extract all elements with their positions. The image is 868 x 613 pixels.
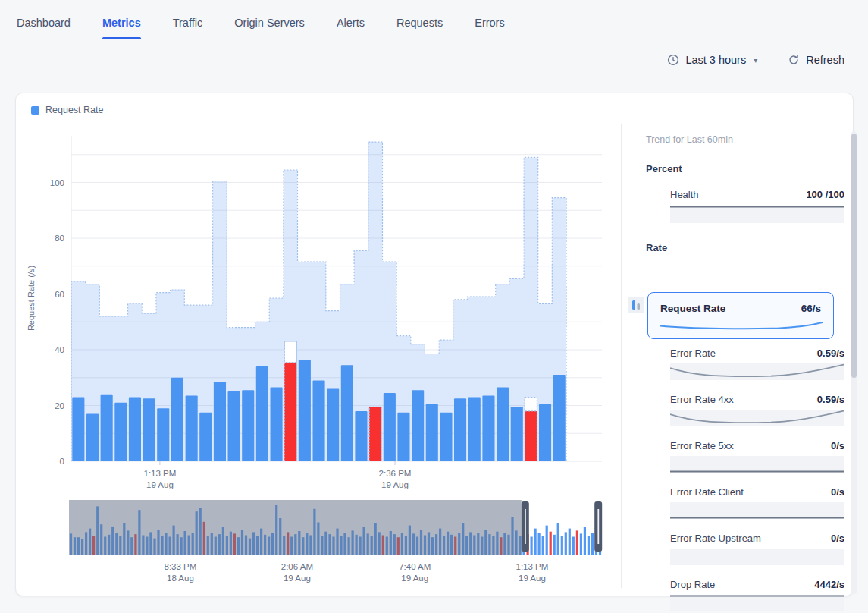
- spark-area: [670, 549, 844, 565]
- metric-label: Health: [670, 189, 699, 200]
- svg-text:7:40 AM: 7:40 AM: [399, 562, 431, 571]
- svg-text:Request Rate (/s): Request Rate (/s): [27, 266, 36, 331]
- sparkline-flat-bottom: [670, 456, 844, 473]
- svg-text:19 Aug: 19 Aug: [284, 574, 311, 583]
- trend-title: Trend for Last 60min: [646, 134, 733, 145]
- sparkline-flat-top: [670, 206, 844, 223]
- refresh-button[interactable]: Refresh: [788, 54, 844, 66]
- metric-label: Error Rate Client: [670, 486, 744, 498]
- sparkline-dip-rise: [670, 363, 844, 380]
- nav-item-traffic[interactable]: Traffic: [173, 17, 202, 39]
- svg-text:1:13 PM: 1:13 PM: [143, 469, 176, 478]
- svg-text:8:33 PM: 8:33 PM: [165, 562, 197, 571]
- clock-icon: [667, 54, 679, 66]
- sparkline-flat-top: [670, 595, 844, 611]
- sidebar-scrollbar-track: [851, 131, 857, 594]
- spark-area: [670, 456, 844, 473]
- nav-item-alerts[interactable]: Alerts: [337, 17, 365, 39]
- trend-sidebar: Trend for Last 60minPercentHealth100 /10…: [621, 124, 848, 588]
- spark-area: [670, 595, 844, 611]
- sparkline-dip-rise-blue: [660, 322, 823, 331]
- svg-text:19 Aug: 19 Aug: [146, 480, 174, 489]
- svg-text:2:36 PM: 2:36 PM: [379, 469, 412, 478]
- nav-item-requests[interactable]: Requests: [396, 17, 443, 39]
- spark-area: [670, 363, 844, 380]
- metric-value: 0/s: [831, 440, 844, 451]
- spark-area: [670, 410, 844, 426]
- metric-value: 0.59/s: [817, 347, 844, 359]
- bar-chart-icon[interactable]: [628, 297, 644, 313]
- metric-row-error-rate-upstream[interactable]: Error Rate Upstream0/s: [670, 533, 844, 569]
- controls-row: Last 3 hours ▾ Refresh: [667, 54, 844, 66]
- time-range-button[interactable]: Last 3 hours ▾: [667, 54, 757, 66]
- metric-label: Error Rate 4xx: [670, 394, 734, 405]
- metrics-card: Request Rate 020406080100Request Rate (/…: [15, 93, 854, 596]
- metric-card-request-rate-selected[interactable]: Request Rate66/s: [647, 292, 834, 339]
- svg-text:19 Aug: 19 Aug: [401, 574, 428, 583]
- svg-text:18 Aug: 18 Aug: [167, 574, 194, 583]
- nav-item-metrics[interactable]: Metrics: [102, 17, 141, 39]
- nav-item-origin-servers[interactable]: Origin Servers: [234, 17, 305, 39]
- chevron-down-icon: ▾: [754, 56, 757, 64]
- metric-row-drop-rate[interactable]: Drop Rate4442/s: [670, 579, 844, 613]
- svg-text:0: 0: [60, 457, 64, 466]
- spark-area: [670, 502, 844, 519]
- section-heading-rate: Rate: [646, 242, 667, 253]
- brush-handle-right[interactable]: [594, 501, 602, 552]
- metric-row-health[interactable]: Health100 /100: [670, 189, 844, 225]
- metric-row-error-rate-client[interactable]: Error Rate Client0/s: [670, 486, 844, 523]
- spark-holder: [660, 320, 823, 329]
- metric-value: 66/s: [801, 303, 821, 314]
- svg-text:20: 20: [55, 401, 64, 410]
- metrics-dashboard: DashboardMetricsTrafficOrigin ServersAle…: [0, 0, 868, 613]
- nav-item-errors[interactable]: Errors: [475, 17, 504, 39]
- sidebar-scrollbar-thumb[interactable]: [851, 134, 857, 378]
- svg-text:80: 80: [55, 234, 64, 243]
- metric-row-error-rate-5xx[interactable]: Error Rate 5xx0/s: [670, 440, 844, 476]
- metric-row-error-rate-4xx[interactable]: Error Rate 4xx0.59/s: [670, 394, 844, 430]
- metric-label: Error Rate 5xx: [670, 440, 734, 451]
- metric-value: 100 /100: [806, 189, 844, 200]
- svg-text:19 Aug: 19 Aug: [381, 480, 409, 489]
- refresh-icon: [788, 54, 800, 66]
- sparkline-flat-bottom: [670, 502, 844, 519]
- spark-area: [670, 206, 844, 223]
- svg-text:19 Aug: 19 Aug: [519, 574, 546, 583]
- metric-label: Request Rate: [660, 303, 725, 314]
- refresh-label: Refresh: [806, 54, 844, 66]
- sparkline-dip-rise: [670, 410, 844, 426]
- section-heading-percent: Percent: [646, 163, 682, 174]
- svg-text:100: 100: [50, 178, 64, 187]
- svg-text:2:06 AM: 2:06 AM: [281, 562, 313, 571]
- metric-value: 0/s: [831, 533, 844, 544]
- top-nav: DashboardMetricsTrafficOrigin ServersAle…: [17, 17, 505, 39]
- metric-row-error-rate[interactable]: Error Rate0.59/s: [670, 347, 844, 384]
- nav-item-dashboard[interactable]: Dashboard: [17, 17, 71, 39]
- time-range-label: Last 3 hours: [685, 54, 746, 66]
- metric-label: Error Rate Upstream: [670, 533, 761, 544]
- metric-value: 0/s: [831, 486, 844, 498]
- svg-text:40: 40: [55, 345, 64, 354]
- brush-handle-left[interactable]: [522, 501, 529, 552]
- svg-text:1:13 PM: 1:13 PM: [515, 562, 548, 571]
- metric-value: 4442/s: [814, 579, 844, 590]
- metric-label: Drop Rate: [670, 579, 715, 590]
- metric-label: Error Rate: [670, 347, 716, 359]
- metric-value: 0.59/s: [817, 394, 844, 405]
- request-rate-chart[interactable]: 020406080100Request Rate (/s)1:13 PM19 A…: [16, 93, 622, 597]
- svg-text:60: 60: [55, 290, 64, 299]
